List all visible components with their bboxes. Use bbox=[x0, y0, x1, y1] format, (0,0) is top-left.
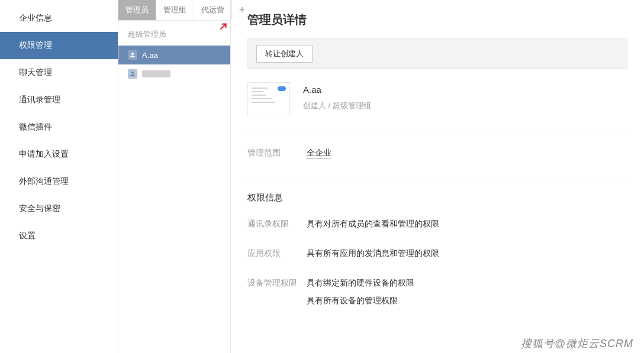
user-icon bbox=[128, 69, 137, 79]
admin-list: A.aa bbox=[118, 46, 230, 83]
transfer-creator-button[interactable]: 转让创建人 bbox=[256, 45, 313, 63]
sidebar-item-join-request[interactable]: 申请加入设置 bbox=[0, 141, 118, 168]
user-icon bbox=[128, 50, 137, 60]
divider bbox=[247, 180, 627, 180]
admin-item[interactable] bbox=[118, 64, 230, 83]
admin-item-name-redacted bbox=[142, 70, 170, 77]
admin-section-label: 超级管理员 bbox=[118, 21, 230, 46]
perm-section-title: 权限信息 bbox=[247, 192, 627, 203]
page-title: 管理员详情 bbox=[247, 12, 627, 28]
profile-name: A.aa bbox=[303, 85, 371, 95]
sidebar-item-company-info[interactable]: 企业信息 bbox=[0, 5, 118, 32]
tab-admin[interactable]: 管理员 bbox=[118, 0, 156, 20]
tab-add-button[interactable]: + bbox=[232, 0, 252, 20]
sidebar-item-contacts[interactable]: 通讯录管理 bbox=[0, 86, 118, 114]
tab-admin-group[interactable]: 管理组 bbox=[156, 0, 194, 20]
scope-row: 管理范围 全企业 bbox=[247, 143, 627, 163]
sidebar-item-chat[interactable]: 聊天管理 bbox=[0, 59, 118, 86]
action-bar: 转让创建人 bbox=[247, 38, 627, 69]
perm-value: 具有绑定新的硬件设备的权限 具有所有设备的管理权限 bbox=[307, 278, 414, 306]
admin-column: 管理员 管理组 代运营 + ➔ 超级管理员 A.aa bbox=[118, 0, 231, 353]
sidebar-item-permission[interactable]: 权限管理 bbox=[0, 32, 118, 59]
scope-value[interactable]: 全企业 bbox=[307, 148, 331, 158]
perm-label: 应用权限 bbox=[247, 248, 307, 259]
sidebar-item-security[interactable]: 安全与保密 bbox=[0, 195, 118, 222]
perm-row-contacts: 通讯录权限 具有对所有成员的查看和管理的权限 bbox=[247, 214, 627, 234]
perm-value: 具有对所有成员的查看和管理的权限 bbox=[307, 219, 439, 229]
profile-info: A.aa 创建人 / 超级管理组 bbox=[303, 82, 371, 111]
scope-label: 管理范围 bbox=[247, 148, 307, 158]
perm-row-app: 应用权限 具有所有应用的发消息和管理的权限 bbox=[247, 244, 627, 264]
main-content: 管理员详情 转让创建人 A.aa 创建人 / 超级管理组 管理范围 全企业 权限… bbox=[231, 0, 644, 353]
tab-agent[interactable]: 代运营 bbox=[194, 0, 232, 20]
profile-meta: 创建人 / 超级管理组 bbox=[303, 101, 371, 111]
perm-row-device: 设备管理权限 具有绑定新的硬件设备的权限 具有所有设备的管理权限 bbox=[247, 273, 627, 311]
admin-item[interactable]: A.aa bbox=[118, 46, 230, 64]
perm-label: 设备管理权限 bbox=[247, 278, 307, 306]
left-sidebar: 企业信息 权限管理 聊天管理 通讯录管理 微信插件 申请加入设置 外部沟通管理 … bbox=[0, 0, 118, 353]
profile-block: A.aa 创建人 / 超级管理组 bbox=[247, 82, 627, 131]
sidebar-item-external-comm[interactable]: 外部沟通管理 bbox=[0, 168, 118, 195]
tabs-bar: 管理员 管理组 代运营 + ➔ bbox=[118, 0, 230, 21]
perm-label: 通讯录权限 bbox=[247, 219, 307, 229]
sidebar-item-wechat-plugin[interactable]: 微信插件 bbox=[0, 114, 118, 141]
profile-thumbnail bbox=[247, 82, 290, 115]
sidebar-item-settings[interactable]: 设置 bbox=[0, 222, 118, 250]
admin-item-name: A.aa bbox=[142, 51, 158, 60]
perm-value: 具有所有应用的发消息和管理的权限 bbox=[307, 248, 439, 259]
